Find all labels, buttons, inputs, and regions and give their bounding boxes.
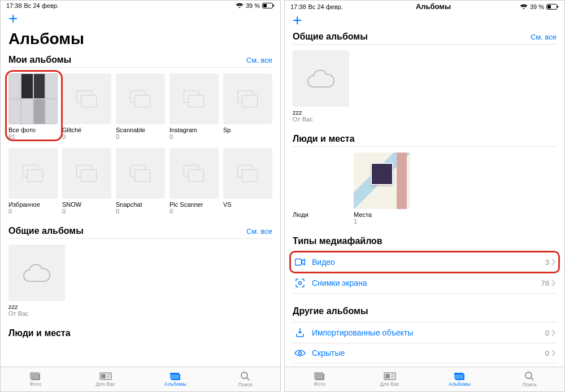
stack-icon — [76, 90, 98, 107]
tab-bar: Фото Для Вас Альбомы Поиск — [285, 367, 564, 391]
stack-icon — [184, 165, 205, 182]
svg-rect-17 — [557, 6, 558, 8]
album-favorites[interactable]: Избранное 0 — [8, 148, 58, 215]
people-places-header: Люди и места — [8, 325, 272, 341]
search-icon — [240, 371, 250, 381]
album-grid-row1: Все фото 81 Glitché 0 Scannable 0 — [8, 73, 272, 140]
svg-rect-22 — [314, 372, 323, 379]
other-albums-list: Импортированные объекты 0 Скрытые 0 — [293, 322, 557, 363]
search-icon — [524, 371, 534, 381]
people-places-header: Люди и места — [293, 130, 557, 147]
status-bar: 17:38 Вс 24 февр. 39 % — [1, 1, 280, 11]
media-row-hidden[interactable]: Скрытые 0 — [293, 343, 557, 363]
dual-pane-container: 17:38 Вс 24 февр. 39 % + Альбомы Мои аль… — [0, 0, 565, 392]
status-time: 17:38 — [6, 2, 22, 9]
tab-foryou[interactable]: Для Вас — [355, 372, 425, 387]
add-button[interactable]: + — [1, 11, 280, 27]
content-scroll[interactable]: Общие альбомы См. все zzz От Вас Люди и … — [285, 28, 564, 367]
battery-icon — [262, 3, 275, 8]
albums-icon — [453, 372, 466, 381]
shared-album-row: zzz От Вас — [293, 50, 557, 123]
media-row-imported[interactable]: Импортированные объекты 0 — [293, 322, 557, 343]
status-date: Вс 24 февр. — [24, 2, 59, 9]
tab-foryou[interactable]: Для Вас — [71, 372, 141, 387]
svg-rect-1 — [263, 4, 267, 7]
svg-rect-6 — [101, 374, 106, 378]
shared-album-zzz[interactable]: zzz От Вас — [8, 245, 65, 317]
shared-see-all[interactable]: См. все — [531, 33, 557, 41]
status-bar: 17:38 Вс 24 февр. Альбомы 39 % — [285, 1, 564, 12]
heart-icon — [11, 190, 18, 197]
stack-icon — [130, 165, 151, 182]
svg-rect-30 — [454, 373, 463, 374]
chevron-right-icon — [551, 259, 555, 265]
cloud-icon — [23, 263, 51, 282]
stack-icon — [76, 165, 98, 182]
album-grid-row2: Избранное 0 SNOW 0 Snapchat 0 Pic Scanne… — [8, 148, 272, 215]
album-people[interactable]: Люди — [293, 153, 349, 225]
shared-albums-title: Общие альбомы — [8, 226, 84, 236]
shared-albums-header: Общие альбомы См. все — [8, 223, 272, 239]
video-icon — [294, 258, 306, 266]
album-partial-1[interactable]: Sp — [223, 73, 272, 140]
foryou-icon — [99, 372, 112, 381]
svg-point-20 — [299, 352, 302, 355]
tab-photos[interactable]: Фото — [285, 372, 355, 387]
screenshot-icon — [294, 278, 306, 288]
other-albums-header: Другие альбомы — [293, 303, 557, 319]
wifi-icon — [520, 4, 528, 10]
photos-icon — [29, 372, 42, 381]
chevron-right-icon — [551, 350, 555, 356]
tab-search[interactable]: Поиск — [210, 371, 280, 387]
my-albums-see-all[interactable]: См. все — [246, 56, 272, 64]
svg-rect-24 — [385, 374, 390, 378]
tab-albums[interactable]: Альбомы — [425, 372, 495, 387]
album-snapchat[interactable]: Snapchat 0 — [116, 148, 165, 215]
status-time: 17:38 — [290, 3, 306, 10]
tab-albums[interactable]: Альбомы — [141, 372, 211, 387]
nav-title: Альбомы — [416, 2, 451, 11]
chevron-right-icon — [551, 329, 555, 336]
album-instagram[interactable]: Instagram 0 — [169, 73, 219, 140]
right-pane: 17:38 Вс 24 февр. Альбомы 39 % + Общие а… — [284, 0, 565, 392]
page-title: Альбомы — [1, 27, 280, 51]
svg-point-31 — [525, 372, 532, 378]
svg-line-32 — [531, 378, 533, 380]
media-row-screenshots[interactable]: Снимки экрана 78 — [293, 272, 557, 294]
hidden-icon — [294, 349, 306, 357]
album-glitche[interactable]: Glitché 0 — [62, 73, 111, 140]
stack-icon — [23, 165, 44, 182]
tab-bar: Фото Для Вас Альбомы Поиск — [1, 367, 280, 391]
people-places-row: Люди Места 1 — [293, 153, 557, 225]
media-row-video[interactable]: Видео 3 — [293, 252, 557, 272]
left-pane: 17:38 Вс 24 февр. 39 % + Альбомы Мои аль… — [0, 0, 281, 392]
album-picscanner[interactable]: Pic Scanner 0 — [169, 148, 219, 215]
album-scannable[interactable]: Scannable 0 — [116, 73, 165, 140]
media-types-list: Видео 3 Снимки экрана 78 — [293, 252, 557, 294]
tab-photos[interactable]: Фото — [1, 372, 71, 387]
album-snow[interactable]: SNOW 0 — [62, 148, 111, 215]
album-partial-2[interactable]: VS — [223, 148, 272, 215]
svg-rect-12 — [170, 373, 179, 374]
photos-icon — [314, 372, 326, 381]
add-button[interactable]: + — [285, 12, 564, 28]
foryou-icon — [384, 372, 396, 381]
album-all-photos[interactable]: Все фото 81 — [8, 73, 58, 140]
content-scroll[interactable]: Мои альбомы См. все Все фото 81 Glitché … — [1, 51, 280, 367]
my-albums-title: Мои альбомы — [8, 55, 71, 65]
shared-album-zzz[interactable]: zzz От Вас — [293, 50, 349, 123]
tab-search[interactable]: Поиск — [494, 371, 564, 387]
album-places[interactable]: Места 1 — [354, 153, 410, 225]
battery-pct: 39 % — [530, 3, 544, 10]
battery-icon — [546, 4, 559, 10]
albums-icon — [169, 372, 181, 381]
svg-point-19 — [299, 282, 302, 285]
shared-see-all[interactable]: См. все — [246, 227, 272, 236]
wifi-icon — [236, 3, 244, 8]
cloud-icon — [307, 69, 335, 88]
svg-rect-16 — [547, 5, 551, 8]
status-date: Вс 24 февр. — [308, 3, 343, 10]
svg-rect-4 — [30, 372, 39, 379]
map-pin-icon — [371, 163, 393, 185]
svg-rect-18 — [295, 259, 302, 265]
